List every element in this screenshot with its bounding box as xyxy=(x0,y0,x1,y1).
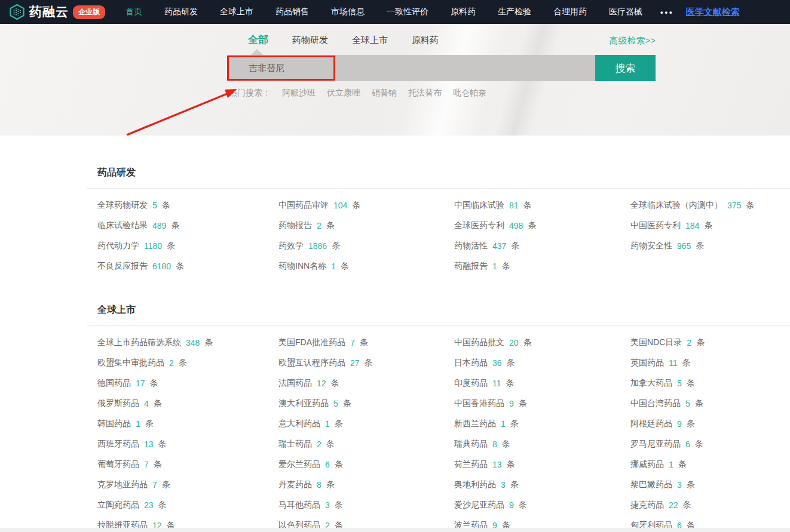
result-item[interactable]: 加拿大药品5条 xyxy=(630,373,790,393)
result-item-unit: 条 xyxy=(341,261,349,272)
nav-item-5[interactable]: 一致性评价 xyxy=(387,7,428,17)
result-item[interactable]: 丹麦药品8条 xyxy=(278,475,454,495)
result-item[interactable]: 药代动力学1180条 xyxy=(97,236,278,256)
result-item[interactable]: 俄罗斯药品4条 xyxy=(97,393,278,414)
result-item[interactable]: 立陶宛药品23条 xyxy=(97,495,278,515)
result-item[interactable]: 美国FDA批准药品7条 xyxy=(278,333,454,353)
result-item-unit: 条 xyxy=(510,419,519,429)
result-item[interactable]: 全球药物研发5条 xyxy=(97,195,278,216)
nav-item-4[interactable]: 市场信息 xyxy=(331,7,365,17)
search-tab-1[interactable]: 药物研发 xyxy=(292,35,328,46)
result-item[interactable]: 药效学1886条 xyxy=(278,236,454,256)
result-item[interactable]: 不良反应报告6180条 xyxy=(97,256,278,276)
result-item-label: 克罗地亚药品 xyxy=(97,479,148,490)
result-item[interactable]: 中国医药专利184条 xyxy=(630,216,790,236)
result-item-label: 黎巴嫩药品 xyxy=(630,479,672,490)
search-tab-3[interactable]: 原料药 xyxy=(412,35,439,46)
result-item-unit: 条 xyxy=(154,459,162,470)
hot-search-item[interactable]: 阿哌沙班 xyxy=(282,88,316,99)
result-item[interactable]: 英国药品11条 xyxy=(630,353,790,373)
result-item[interactable]: 爱尔兰药品6条 xyxy=(278,454,454,475)
result-item[interactable]: 荷兰药品13条 xyxy=(454,454,630,475)
result-item[interactable]: 韩国药品1条 xyxy=(97,414,278,434)
result-item[interactable]: 药物安全性965条 xyxy=(630,236,790,256)
nav-item-3[interactable]: 药品销售 xyxy=(275,7,309,17)
nav-item-0[interactable]: 首页 xyxy=(125,7,142,17)
result-item-count: 23 xyxy=(144,500,154,510)
result-item[interactable]: 美国NDC目录2条 xyxy=(630,333,790,353)
result-item[interactable]: 捷克药品22条 xyxy=(630,495,790,515)
result-item[interactable]: 黎巴嫩药品3条 xyxy=(630,475,790,495)
active-tab-caret-icon xyxy=(251,49,263,55)
result-item[interactable]: 瑞典药品8条 xyxy=(454,434,630,454)
result-item[interactable]: 欧盟集中审批药品2条 xyxy=(97,353,278,373)
result-item[interactable]: 中国台湾药品5条 xyxy=(630,393,790,414)
nav-item-8[interactable]: 合理用药 xyxy=(553,7,587,17)
result-item[interactable]: 奥地利药品3条 xyxy=(454,475,630,495)
result-item[interactable]: 全球临床试验（内测中）375条 xyxy=(630,195,790,216)
result-item-count: 20 xyxy=(509,338,519,348)
result-item[interactable]: 全球医药专利498条 xyxy=(454,216,630,236)
nav-more-ellipsis-icon[interactable]: ••• xyxy=(660,8,674,17)
result-item[interactable]: 新西兰药品1条 xyxy=(454,414,630,434)
search-tab-0[interactable]: 全部 xyxy=(248,33,268,47)
nav-item-6[interactable]: 原料药 xyxy=(451,7,476,17)
result-item[interactable]: 药融报告1条 xyxy=(454,256,630,276)
result-item[interactable]: 阿根廷药品9条 xyxy=(630,414,790,434)
result-item-count: 965 xyxy=(677,241,691,251)
result-item[interactable]: 印度药品11条 xyxy=(454,373,630,393)
medical-literature-link[interactable]: 医学文献检索 xyxy=(686,7,740,18)
result-item-unit: 条 xyxy=(365,358,373,368)
nav-item-9[interactable]: 医疗器械 xyxy=(609,7,642,17)
result-item[interactable]: 全球上市药品筛选系统348条 xyxy=(97,333,278,353)
result-item-label: 药物报告 xyxy=(278,220,312,231)
result-item[interactable]: 临床试验结果489条 xyxy=(97,216,278,236)
result-item-label: 法国药品 xyxy=(278,378,312,389)
advanced-search-link[interactable]: 高级检索>> xyxy=(609,35,656,47)
search-tab-2[interactable]: 全球上市 xyxy=(352,35,388,46)
result-item[interactable]: 克罗地亚药品7条 xyxy=(97,475,278,495)
result-item[interactable]: 药物活性437条 xyxy=(454,236,630,256)
hot-search-item[interactable]: 吡仑帕奈 xyxy=(453,88,486,99)
hot-search-item[interactable]: 硝普钠 xyxy=(372,88,397,99)
nav-item-2[interactable]: 全球上市 xyxy=(220,7,253,17)
result-item[interactable]: 罗马尼亚药品6条 xyxy=(630,434,790,454)
result-item[interactable]: 中国香港药品9条 xyxy=(454,393,630,414)
search-input[interactable] xyxy=(228,55,595,81)
result-item[interactable]: 马耳他药品3条 xyxy=(278,495,454,515)
result-item[interactable]: 西班牙药品13条 xyxy=(97,434,278,454)
result-item-count: 3 xyxy=(501,480,506,490)
result-item[interactable]: 中国药品批文20条 xyxy=(454,333,630,353)
result-item[interactable]: 欧盟互认程序药品27条 xyxy=(278,353,454,373)
result-item-unit: 条 xyxy=(154,398,162,409)
nav-item-7[interactable]: 生产检验 xyxy=(498,7,531,17)
result-item[interactable]: 药物INN名称1条 xyxy=(278,256,454,276)
result-item[interactable]: 中国药品审评104条 xyxy=(278,195,454,216)
result-item-count: 4 xyxy=(144,399,149,408)
result-item-label: 印度药品 xyxy=(454,378,488,389)
result-item-unit: 条 xyxy=(746,200,754,211)
result-item[interactable]: 药物报告2条 xyxy=(278,216,454,236)
result-item[interactable]: 葡萄牙药品7条 xyxy=(97,454,278,475)
hot-search-item[interactable]: 托法替布 xyxy=(408,88,442,99)
result-item[interactable]: 法国药品12条 xyxy=(278,373,454,393)
result-item[interactable]: 澳大利亚药品5条 xyxy=(278,393,454,414)
search-button[interactable]: 搜索 xyxy=(595,55,656,81)
enterprise-badge: 企业版 xyxy=(73,5,105,19)
result-item-label: 奥地利药品 xyxy=(454,479,496,490)
nav-item-1[interactable]: 药品研发 xyxy=(164,7,198,17)
logo[interactable]: 药融云 企业版 xyxy=(9,4,105,20)
result-item[interactable]: 挪威药品1条 xyxy=(630,454,790,475)
result-item[interactable]: 爱沙尼亚药品9条 xyxy=(454,495,630,515)
result-item[interactable]: 日本药品36条 xyxy=(454,353,630,373)
result-item[interactable]: 德国药品17条 xyxy=(97,373,278,393)
result-item-label: 俄罗斯药品 xyxy=(97,398,139,409)
result-item[interactable]: 中国临床试验81条 xyxy=(454,195,630,216)
result-item-count: 6 xyxy=(325,460,330,469)
section-title: 全球上市 xyxy=(87,280,790,325)
result-item-count: 1 xyxy=(669,460,673,469)
result-item[interactable]: 意大利药品1条 xyxy=(278,414,454,434)
hot-search-item[interactable]: 伏立康唑 xyxy=(327,88,360,99)
result-item[interactable]: 瑞士药品2条 xyxy=(278,434,454,454)
result-item-unit: 条 xyxy=(683,500,691,511)
